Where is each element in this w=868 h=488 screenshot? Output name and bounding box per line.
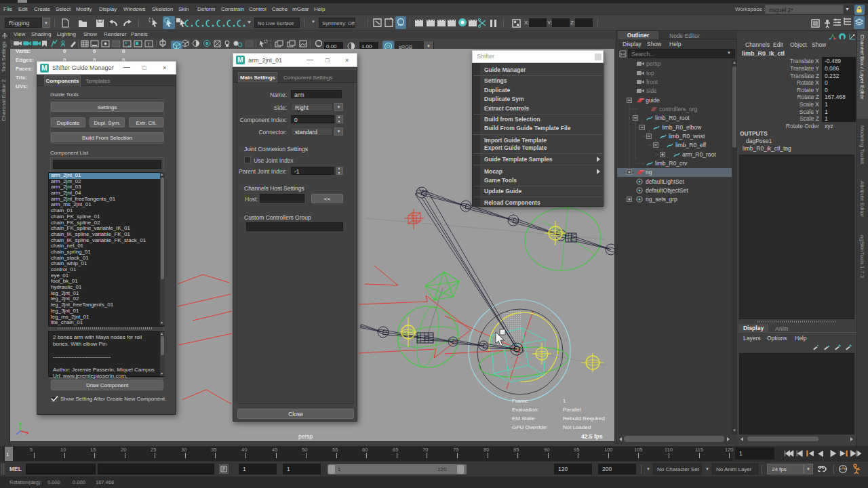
svg-text:T: T [147,41,151,47]
